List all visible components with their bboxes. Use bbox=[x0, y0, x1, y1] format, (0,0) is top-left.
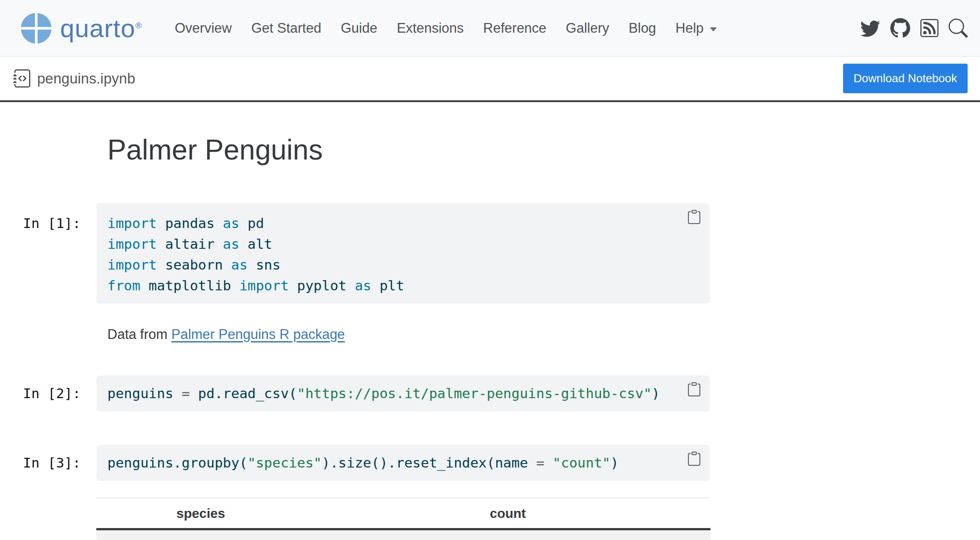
quarto-globe-icon bbox=[20, 12, 53, 45]
nav-item-extensions[interactable]: Extensions bbox=[397, 20, 464, 36]
search-icon[interactable] bbox=[949, 19, 968, 38]
notebook-cell: In [2]: penguins = pd.read_csv("https://… bbox=[0, 376, 980, 411]
copy-code-icon[interactable] bbox=[687, 210, 701, 225]
main-navigation: Overview Get Started Guide Extensions Re… bbox=[175, 20, 717, 36]
twitter-icon[interactable] bbox=[860, 18, 880, 38]
registered-mark: ® bbox=[135, 20, 142, 30]
code-block: penguins = pd.read_csv("https://pos.it/p… bbox=[107, 383, 699, 404]
paragraph-text: Data from bbox=[107, 327, 171, 342]
notebook-toolbar: penguins.ipynb Download Notebook bbox=[0, 57, 980, 102]
table-header-count: count bbox=[305, 506, 710, 521]
markdown-paragraph: Data from Palmer Penguins R package bbox=[107, 326, 980, 343]
dataframe-table: species count bbox=[96, 498, 710, 540]
nav-item-blog[interactable]: Blog bbox=[629, 20, 656, 36]
cell-execution-count: In [1]: bbox=[23, 203, 96, 234]
quarto-brand-link[interactable]: quarto® bbox=[20, 12, 142, 45]
cell-execution-count: In [3]: bbox=[23, 445, 96, 473]
nav-item-reference[interactable]: Reference bbox=[483, 20, 547, 36]
nav-item-overview[interactable]: Overview bbox=[175, 20, 232, 36]
nav-item-guide[interactable]: Guide bbox=[341, 20, 377, 36]
rss-icon[interactable] bbox=[920, 19, 938, 37]
journal-code-icon bbox=[13, 69, 31, 87]
nav-item-help-label: Help bbox=[676, 20, 704, 36]
code-block: penguins.groupby("species").size().reset… bbox=[107, 453, 699, 473]
quarto-notebook-page: quarto® Overview Get Started Guide Exten… bbox=[0, 0, 980, 540]
download-notebook-button[interactable]: Download Notebook bbox=[843, 64, 968, 94]
code-cell: penguins.groupby("species").size().reset… bbox=[96, 445, 710, 481]
code-block: import pandas as pdimport altair as alti… bbox=[107, 213, 699, 296]
code-cell: import pandas as pdimport altair as alti… bbox=[96, 203, 710, 304]
notebook-content: Palmer Penguins In [1]: import pandas as… bbox=[0, 133, 980, 540]
copy-code-icon[interactable] bbox=[687, 452, 701, 467]
notebook-file-info: penguins.ipynb bbox=[13, 69, 135, 87]
copy-code-icon[interactable] bbox=[687, 382, 701, 398]
navbar-social-icons bbox=[860, 18, 968, 38]
code-cell: penguins = pd.read_csv("https://pos.it/p… bbox=[96, 376, 710, 411]
notebook-cell: In [3]: penguins.groupby("species").size… bbox=[0, 445, 980, 481]
table-row bbox=[96, 530, 710, 540]
github-icon[interactable] bbox=[890, 18, 910, 38]
cell-execution-count: In [2]: bbox=[23, 376, 96, 404]
notebook-cell: In [1]: import pandas as pdimport altair… bbox=[0, 203, 980, 304]
nav-item-gallery[interactable]: Gallery bbox=[566, 20, 609, 36]
table-header-row: species count bbox=[96, 498, 710, 530]
top-navbar: quarto® Overview Get Started Guide Exten… bbox=[0, 0, 980, 57]
quarto-wordmark: quarto® bbox=[60, 15, 142, 41]
page-title: Palmer Penguins bbox=[107, 133, 980, 167]
notebook-filename: penguins.ipynb bbox=[37, 70, 135, 87]
nav-item-help[interactable]: Help bbox=[676, 20, 718, 36]
nav-item-get-started[interactable]: Get Started bbox=[251, 20, 322, 36]
palmer-penguins-link[interactable]: Palmer Penguins R package bbox=[171, 327, 345, 342]
table-header-species: species bbox=[96, 506, 305, 521]
chevron-down-icon bbox=[709, 25, 718, 34]
